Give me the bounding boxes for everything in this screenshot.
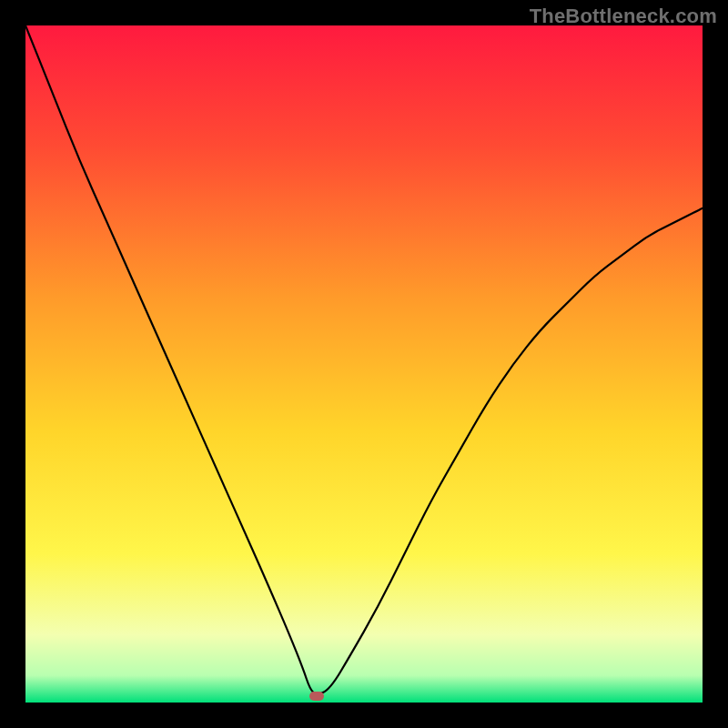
chart-svg <box>25 25 703 703</box>
chart-frame <box>25 25 703 703</box>
watermark-text: TheBottleneck.com <box>530 5 717 28</box>
gradient-background <box>25 25 703 703</box>
minimum-marker <box>309 692 324 701</box>
